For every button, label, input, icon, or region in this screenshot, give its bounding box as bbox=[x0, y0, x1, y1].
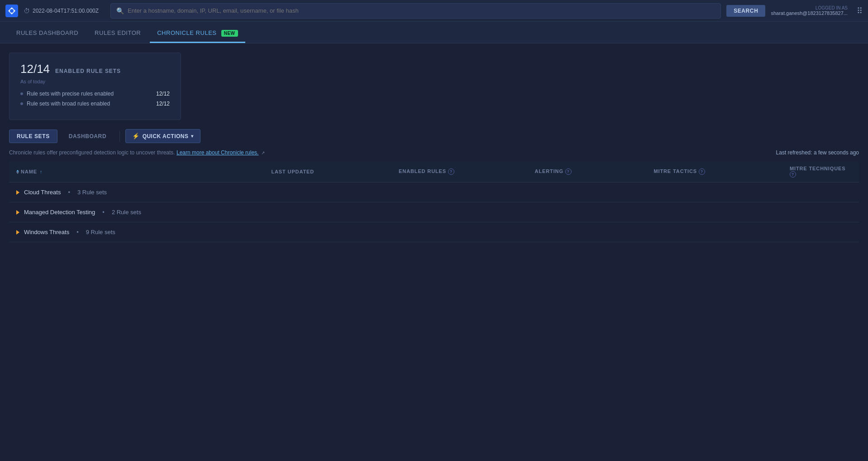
external-link-icon: ↗ bbox=[261, 150, 265, 155]
learn-more-link[interactable]: Learn more about Chronicle rules. bbox=[176, 149, 258, 156]
rule-sets-tab-button[interactable]: RULE SETS bbox=[9, 130, 57, 143]
last-refreshed-value: a few seconds ago bbox=[814, 149, 859, 156]
sort-asc-indicator: ↑ bbox=[40, 169, 43, 174]
td-windows-threats-mitre-techniques bbox=[782, 222, 859, 242]
th-enabled-rules: ENABLED RULES ? bbox=[391, 161, 527, 182]
td-cloud-threats-mitre-techniques bbox=[782, 182, 859, 202]
chevron-down-icon: ▾ bbox=[191, 134, 193, 139]
info-text: Chronicle rules offer preconfigured dete… bbox=[9, 149, 265, 156]
summary-card: 12/14 ENABLED RULE SETS As of today Rule… bbox=[9, 53, 181, 120]
expand-chevron-windows[interactable] bbox=[16, 230, 19, 235]
toolbar-divider bbox=[119, 131, 120, 142]
table-body: Cloud Threats • 3 Rule sets Managed Dete… bbox=[9, 182, 859, 242]
th-mitre-techniques: MITRE TECHNIQUES ? bbox=[782, 161, 859, 182]
app-logo[interactable] bbox=[5, 5, 18, 17]
quick-actions-button[interactable]: ⚡ QUICK ACTIONS ▾ bbox=[125, 129, 200, 143]
td-windows-threats-alerting bbox=[528, 222, 647, 242]
td-cloud-threats-enabled-rules bbox=[391, 182, 527, 202]
search-bar: 🔍 bbox=[110, 3, 721, 19]
secondary-nav: RULES DASHBOARD RULES EDITOR CHRONICLE R… bbox=[0, 22, 868, 43]
bullet-broad bbox=[20, 102, 23, 105]
expand-chevron-managed[interactable] bbox=[16, 210, 19, 215]
td-cloud-threats-mitre-tactics bbox=[646, 182, 782, 202]
summary-row-broad-label: Rule sets with broad rules enabled bbox=[27, 101, 153, 107]
expand-chevron-cloud[interactable] bbox=[16, 190, 19, 195]
tab-chronicle-rules[interactable]: CHRONICLE RULES NEW bbox=[150, 24, 245, 43]
tab-rules-editor[interactable]: RULES EDITOR bbox=[87, 24, 148, 43]
toolbar: RULE SETS DASHBOARD ⚡ QUICK ACTIONS ▾ bbox=[9, 129, 859, 143]
main-content: 12/14 ENABLED RULE SETS As of today Rule… bbox=[0, 43, 868, 242]
help-icon-mitre-techniques[interactable]: ? bbox=[790, 171, 796, 178]
summary-row-precise-value: 12/12 bbox=[156, 91, 170, 97]
summary-title: ENABLED RULE SETS bbox=[55, 68, 121, 74]
sort-arrows-name[interactable] bbox=[16, 170, 19, 174]
dashboard-tab-button[interactable]: DASHBOARD bbox=[61, 130, 114, 143]
logged-in-label: LOGGED IN AS bbox=[816, 5, 848, 10]
table-row: Cloud Threats • 3 Rule sets bbox=[9, 182, 859, 202]
td-managed-detection-alerting bbox=[528, 202, 647, 222]
search-button[interactable]: SEARCH bbox=[726, 5, 765, 17]
summary-row-precise-label: Rule sets with precise rules enabled bbox=[27, 91, 153, 97]
username: sharat.ganesh@1823127835827... bbox=[771, 10, 848, 16]
time-section: ⏱ 2022-08-04T17:51:00.000Z bbox=[24, 7, 105, 14]
help-icon-enabled-rules[interactable]: ? bbox=[448, 168, 454, 175]
bolt-icon: ⚡ bbox=[132, 133, 139, 139]
td-managed-detection-last-updated bbox=[264, 202, 391, 222]
th-last-updated: LAST UPDATED bbox=[264, 161, 391, 182]
search-icon: 🔍 bbox=[116, 7, 124, 14]
search-input[interactable] bbox=[128, 7, 715, 14]
table-header-row: NAME ↑ LAST UPDATED ENABLED RULES ? ALER… bbox=[9, 161, 859, 182]
td-windows-threats-last-updated bbox=[264, 222, 391, 242]
td-windows-threats-enabled-rules bbox=[391, 222, 527, 242]
new-badge: NEW bbox=[221, 30, 238, 37]
summary-subtitle: As of today bbox=[20, 79, 170, 84]
td-managed-detection-mitre-tactics bbox=[646, 202, 782, 222]
logged-in-section: LOGGED IN AS sharat.ganesh@1823127835827… bbox=[771, 5, 848, 16]
apps-grid-icon[interactable]: ⠿ bbox=[857, 6, 863, 16]
td-managed-detection-enabled-rules bbox=[391, 202, 527, 222]
td-cloud-threats-alerting bbox=[528, 182, 647, 202]
top-bar: ⏱ 2022-08-04T17:51:00.000Z 🔍 SEARCH LOGG… bbox=[0, 0, 868, 22]
td-cloud-threats-name: Cloud Threats • 3 Rule sets bbox=[9, 182, 264, 202]
clock-icon: ⏱ bbox=[24, 7, 30, 14]
th-mitre-tactics: MITRE TACTICS ? bbox=[646, 161, 782, 182]
help-icon-alerting[interactable]: ? bbox=[565, 168, 572, 175]
td-windows-threats-name: Windows Threats • 9 Rule sets bbox=[9, 222, 264, 242]
help-icon-mitre-tactics[interactable]: ? bbox=[699, 168, 705, 175]
bullet-precise bbox=[20, 92, 23, 95]
rules-table: NAME ↑ LAST UPDATED ENABLED RULES ? ALER… bbox=[9, 161, 859, 242]
table-row: Windows Threats • 9 Rule sets bbox=[9, 222, 859, 242]
summary-count: 12/14 bbox=[20, 62, 50, 76]
td-managed-detection-mitre-techniques bbox=[782, 202, 859, 222]
td-managed-detection-name: Managed Detection Testing • 2 Rule sets bbox=[9, 202, 264, 222]
table-row: Managed Detection Testing • 2 Rule sets bbox=[9, 202, 859, 222]
summary-row-broad: Rule sets with broad rules enabled 12/12 bbox=[20, 101, 170, 107]
summary-row-precise: Rule sets with precise rules enabled 12/… bbox=[20, 91, 170, 97]
td-windows-threats-mitre-tactics bbox=[646, 222, 782, 242]
th-name[interactable]: NAME ↑ bbox=[9, 161, 264, 182]
last-refreshed: Last refreshed: a few seconds ago bbox=[776, 149, 859, 156]
td-cloud-threats-last-updated bbox=[264, 182, 391, 202]
current-time: 2022-08-04T17:51:00.000Z bbox=[33, 8, 99, 14]
summary-row-broad-value: 12/12 bbox=[156, 101, 170, 107]
tab-rules-dashboard[interactable]: RULES DASHBOARD bbox=[9, 24, 86, 43]
info-bar: Chronicle rules offer preconfigured dete… bbox=[9, 149, 859, 156]
th-alerting: ALERTING ? bbox=[528, 161, 647, 182]
svg-point-1 bbox=[10, 9, 14, 13]
